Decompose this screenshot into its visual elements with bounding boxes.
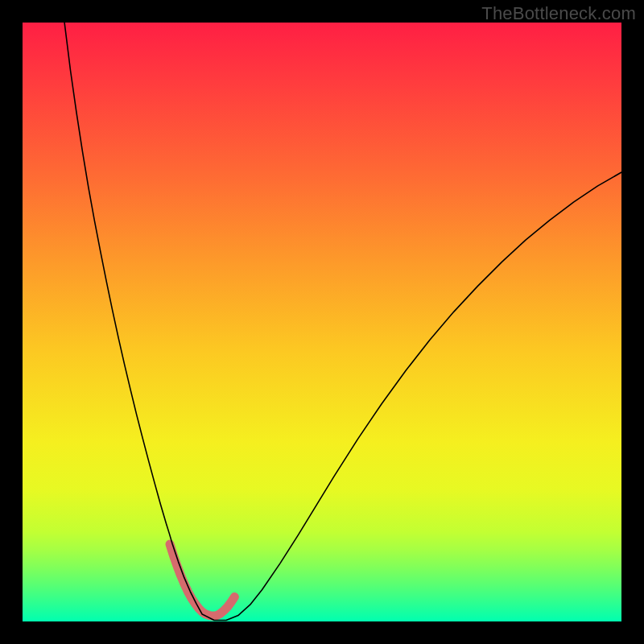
chart-svg <box>23 23 621 621</box>
gradient-background <box>23 23 621 621</box>
plot-area <box>23 23 621 621</box>
watermark-text: TheBottleneck.com <box>481 3 636 24</box>
chart-frame <box>23 23 621 621</box>
